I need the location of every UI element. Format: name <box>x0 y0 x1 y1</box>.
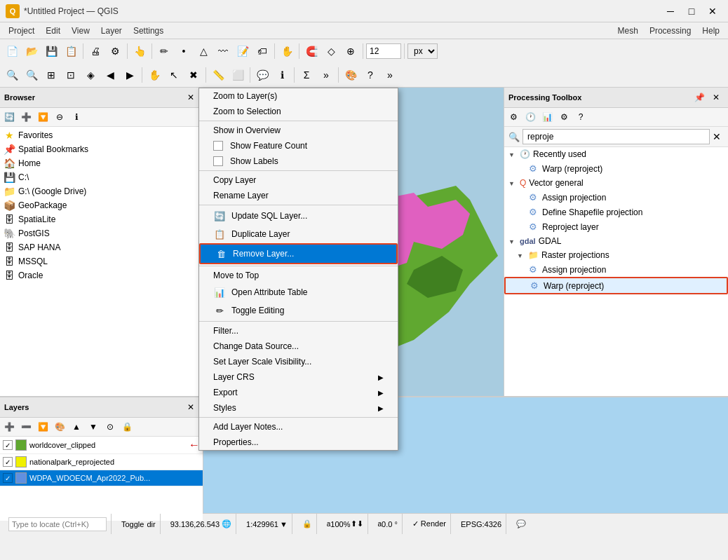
statistics-button[interactable]: Σ <box>297 66 316 84</box>
processing-options-button[interactable]: ⚙ <box>556 109 572 125</box>
processing-run-button[interactable]: ⚙ <box>506 109 521 125</box>
toolbox-raster-projections[interactable]: 📁 Raster projections <box>504 248 728 262</box>
pan-button[interactable]: ✋ <box>278 42 296 60</box>
more-button[interactable]: » <box>317 66 335 84</box>
select-button[interactable]: ↖ <box>165 66 183 84</box>
zoom-out-button[interactable]: 🔍 <box>22 66 41 84</box>
ctx-zoom-to-selection[interactable]: Zoom to Selection <box>199 104 398 119</box>
layers-ungroup-button[interactable]: ⊙ <box>102 419 118 435</box>
zoom-in-button[interactable]: 🔍 <box>3 66 21 84</box>
menu-mesh[interactable]: Mesh <box>612 25 644 37</box>
toolbox-search-input[interactable] <box>523 129 710 144</box>
browser-item-spatialite[interactable]: 🗄 SpatiaLite <box>0 212 203 226</box>
line-button[interactable]: 〰 <box>214 42 232 60</box>
toolbox-close-button[interactable]: ✕ <box>708 90 724 105</box>
ctx-styles[interactable]: Styles ▶ <box>199 400 398 416</box>
print-button[interactable]: 🖨 <box>86 42 105 60</box>
ctx-duplicate-layer[interactable]: 📋 Duplicate Layer <box>199 225 398 243</box>
browser-item-postgis[interactable]: 🐘 PostGIS <box>0 226 203 240</box>
toolbox-warp-reproject[interactable]: ⚙ Warp (reproject) <box>504 277 728 294</box>
ctx-properties[interactable]: Properties... <box>199 435 398 450</box>
browser-item-gdrive[interactable]: 📁 G:\ (Google Drive) <box>0 184 203 198</box>
ctx-remove-layer[interactable]: 🗑 Remove Layer... <box>199 243 398 264</box>
browser-item-saphana[interactable]: 🗄 SAP HANA <box>0 240 203 254</box>
ctx-show-labels[interactable]: Show Labels <box>199 153 398 169</box>
browser-item-home[interactable]: 🏠 Home <box>0 156 203 170</box>
zoom-next-button[interactable]: ▶ <box>121 66 139 84</box>
ctx-copy-layer[interactable]: Copy Layer <box>199 172 398 188</box>
toolbox-gdal-assign-projection[interactable]: ⚙ Assign projection <box>504 262 728 277</box>
minimize-button[interactable]: ─ <box>661 4 680 18</box>
ctx-zoom-to-layers[interactable]: Zoom to Layer(s) <box>199 88 398 104</box>
layer-nationalpark-checkbox[interactable]: ✓ <box>3 457 13 467</box>
pan-map-button[interactable]: ✋ <box>145 66 163 84</box>
ctx-layer-crs[interactable]: Layer CRS ▶ <box>199 369 398 385</box>
digitize-button[interactable]: ✏ <box>155 42 173 60</box>
maximize-button[interactable]: □ <box>682 4 701 18</box>
toolbox-warp-recent[interactable]: ⚙ Warp (reproject) <box>504 161 728 176</box>
save-as-button[interactable]: 📋 <box>62 42 80 60</box>
processing-results-button[interactable]: 📊 <box>539 109 555 125</box>
browser-item-bookmarks[interactable]: 📌 Spatial Bookmarks <box>0 142 203 156</box>
layer-wdpa-checkbox[interactable]: ✓ <box>3 473 13 483</box>
ctx-show-in-overview[interactable]: Show in Overview <box>199 123 398 138</box>
toolbox-vector-general-section[interactable]: Q Vector general <box>504 176 728 190</box>
layers-remove-button[interactable]: ➖ <box>18 419 34 435</box>
layers-close-button[interactable]: ✕ <box>183 399 198 415</box>
map-tip-button[interactable]: ℹ <box>273 66 291 84</box>
toolbox-reproject-layer[interactable]: ⚙ Reproject layer <box>504 219 728 234</box>
help-button[interactable]: ? <box>361 66 379 84</box>
browser-item-mssql[interactable]: 🗄 MSSQL <box>0 254 203 268</box>
layers-style-button[interactable]: 🎨 <box>52 419 67 435</box>
polygon-button[interactable]: △ <box>194 42 213 60</box>
settings-button[interactable]: ⚙ <box>106 42 124 60</box>
save-project-button[interactable]: 💾 <box>42 42 60 60</box>
browser-close-button[interactable]: ✕ <box>183 90 198 105</box>
layer-worldcover-checkbox[interactable]: ✓ <box>3 440 13 450</box>
ctx-change-data-source[interactable]: Change Data Source... <box>199 339 398 354</box>
menu-edit[interactable]: Edit <box>40 25 66 37</box>
browser-item-favorites[interactable]: ★ Favorites <box>0 128 203 142</box>
measure-area-button[interactable]: ⬜ <box>229 66 247 84</box>
close-button[interactable]: ✕ <box>703 4 722 18</box>
layer-item-nationalpark[interactable]: ✓ nationalpark_reprojected <box>0 454 203 470</box>
ctx-export[interactable]: Export ▶ <box>199 385 398 400</box>
layers-down-button[interactable]: ▼ <box>86 419 101 435</box>
ctx-show-feature-count[interactable]: Show Feature Count <box>199 138 398 153</box>
browser-refresh-button[interactable]: 🔄 <box>1 109 17 125</box>
more2-button[interactable]: » <box>381 66 399 84</box>
browser-collapse-button[interactable]: ⊖ <box>52 109 67 125</box>
menu-view[interactable]: View <box>66 25 95 37</box>
processing-history-button[interactable]: 🕐 <box>523 109 538 125</box>
annotation-button[interactable]: 📝 <box>234 42 252 60</box>
menu-settings[interactable]: Settings <box>128 25 169 37</box>
ctx-toggle-editing[interactable]: ✏ Toggle Editing <box>199 301 398 320</box>
layers-add-button[interactable]: ➕ <box>1 419 17 435</box>
font-unit-select[interactable]: px <box>407 43 438 59</box>
style-manager-button[interactable]: 🎨 <box>342 66 360 84</box>
vertex-button[interactable]: ◇ <box>322 42 340 60</box>
zoom-layer-button[interactable]: ◈ <box>81 66 100 84</box>
topology-button[interactable]: ⊕ <box>342 42 360 60</box>
points-button[interactable]: • <box>175 42 193 60</box>
ctx-filter[interactable]: Filter... <box>199 323 398 339</box>
toolbox-define-shapefile[interactable]: ⚙ Define Shapefile projection <box>504 205 728 219</box>
menu-processing[interactable]: Processing <box>644 25 696 37</box>
processing-help-button[interactable]: ? <box>573 109 588 125</box>
ctx-add-layer-notes[interactable]: Add Layer Notes... <box>199 419 398 435</box>
toolbox-gdal-section[interactable]: gdal GDAL <box>504 234 728 248</box>
browser-filter-button[interactable]: 🔽 <box>35 109 50 125</box>
layers-up-button[interactable]: ▲ <box>69 419 84 435</box>
menu-project[interactable]: Project <box>3 25 40 37</box>
identify-button[interactable]: 👆 <box>130 42 149 60</box>
ctx-open-attribute-table[interactable]: 📊 Open Attribute Table <box>199 283 398 301</box>
snapping-button[interactable]: 🧲 <box>302 42 321 60</box>
locate-input[interactable] <box>8 517 107 531</box>
layers-lock-button[interactable]: 🔒 <box>119 419 135 435</box>
toolbox-assign-projection[interactable]: ⚙ Assign projection <box>504 190 728 205</box>
new-project-button[interactable]: 📄 <box>3 42 21 60</box>
zoom-prev-button[interactable]: ◀ <box>101 66 119 84</box>
deselect-button[interactable]: ✖ <box>184 66 203 84</box>
font-size-input[interactable] <box>366 43 401 59</box>
search-clear-button[interactable]: ✕ <box>710 130 724 144</box>
